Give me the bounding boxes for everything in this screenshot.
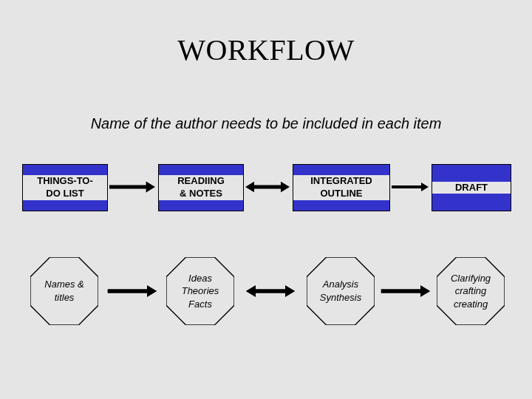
octagon-label: Analysis Synthesis — [307, 257, 375, 325]
slide-title: WORKFLOW — [0, 33, 532, 67]
arrow-double-icon — [245, 181, 290, 193]
octagon-ideas-theories-facts: Ideas Theories Facts — [166, 257, 234, 325]
box-label: READIING & NOTES — [159, 175, 243, 200]
box-label: THINGS-TO- DO LIST — [23, 175, 107, 200]
octagon-names-titles: Names & titles — [30, 257, 98, 325]
slide: WORKFLOW Name of the author needs to be … — [0, 0, 532, 399]
arrow-right-icon — [109, 181, 155, 193]
slide-subtitle: Name of the author needs to be included … — [0, 115, 532, 132]
octagon-clarifying-crafting-creating: Clarifying crafting creating — [437, 257, 505, 325]
box-label: DRAFT — [432, 182, 511, 194]
octagon-label: Names & titles — [30, 257, 98, 325]
box-integrated-outline: INTEGRATED OUTLINE — [293, 164, 390, 211]
arrow-right-icon — [101, 285, 163, 297]
box-things-to-do: THINGS-TO- DO LIST — [22, 164, 108, 211]
arrow-right-icon — [378, 285, 434, 297]
box-draft: DRAFT — [432, 164, 511, 211]
arrow-double-icon — [237, 285, 304, 297]
box-label: INTEGRATED OUTLINE — [293, 175, 389, 200]
octagon-label: Clarifying crafting creating — [437, 257, 505, 325]
box-reading-notes: READIING & NOTES — [158, 164, 244, 211]
octagon-analysis-synthesis: Analysis Synthesis — [307, 257, 375, 325]
arrow-right-icon — [392, 181, 429, 193]
octagon-label: Ideas Theories Facts — [166, 257, 234, 325]
